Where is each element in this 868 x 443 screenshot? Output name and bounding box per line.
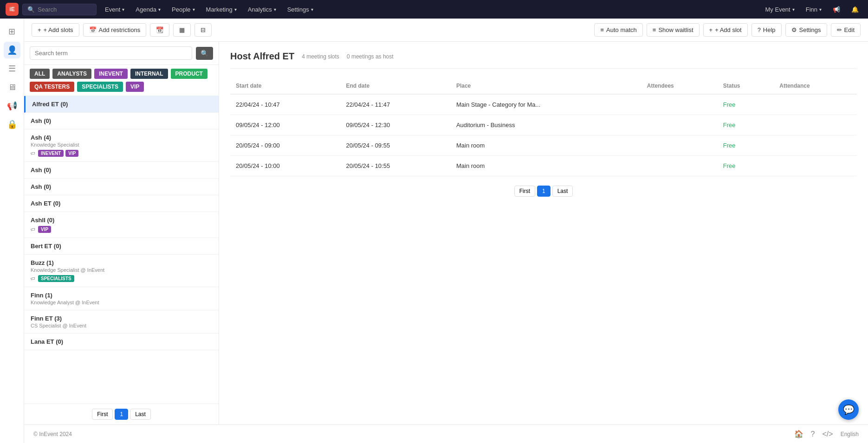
nav-analytics[interactable]: Analytics ▾ <box>243 3 281 16</box>
nav-settings[interactable]: Settings ▾ <box>283 3 318 16</box>
person-finn-et-3[interactable]: Finn ET (3) CS Specialist @ InEvent <box>24 310 219 334</box>
bell-icon[interactable]: 🔔 <box>848 4 862 15</box>
list-pagination: First 1 Last <box>24 404 219 424</box>
cell-attendance <box>774 94 857 115</box>
table-view-button[interactable]: ▦ <box>173 23 191 37</box>
search-input[interactable] <box>38 6 91 13</box>
footer-right: 🏠 ? </> English <box>794 430 859 438</box>
filter-tag-specialists[interactable]: SPECIALISTS <box>77 82 123 92</box>
person-bert-et[interactable]: Bert ET (0) <box>24 238 219 255</box>
sidebar-list-icon[interactable]: ☰ <box>4 60 20 77</box>
meetings-table: Start date End date Place Attendees Stat… <box>230 78 857 176</box>
megaphone-icon[interactable]: 📢 <box>829 4 844 15</box>
add-slots-button[interactable]: + + Add slots <box>32 23 79 37</box>
cell-attendees <box>641 135 718 156</box>
list-last-page-button[interactable]: Last <box>130 409 151 420</box>
code-icon[interactable]: </> <box>823 430 833 438</box>
cell-attendance <box>774 115 857 135</box>
cell-attendees <box>641 156 718 176</box>
table-row[interactable]: 22/04/24 - 10:47 22/04/24 - 11:47 Main S… <box>230 94 857 115</box>
sidebar-monitor-icon[interactable]: 🖥 <box>4 79 20 96</box>
help-button[interactable]: ? Help <box>751 23 782 37</box>
person-ash-et[interactable]: Ash ET (0) <box>24 195 219 212</box>
person-ash-0c[interactable]: Ash (0) <box>24 179 219 195</box>
nav-marketing[interactable]: Marketing ▾ <box>201 3 241 16</box>
person-ash-4[interactable]: Ash (4) Knowledge Specialist 🏷 INEVENT V… <box>24 129 219 162</box>
nav-people[interactable]: People ▾ <box>167 3 199 16</box>
filter-tag-qatesters[interactable]: QA TESTERS <box>30 82 74 92</box>
search-box[interactable]: 🔍 <box>22 4 97 15</box>
nav-menu: Event ▾ Agenda ▾ People ▾ Marketing ▾ An… <box>100 3 758 16</box>
filter-tag-vip[interactable]: VIP <box>126 82 144 92</box>
person-finn-1[interactable]: Finn (1) Knowledge Analyst @ InEvent <box>24 287 219 310</box>
my-event-dropdown[interactable]: My Event ▾ <box>762 4 798 15</box>
filter-tag-inevent[interactable]: INEVENT <box>94 69 128 79</box>
cell-start-date: 20/05/24 - 09:00 <box>230 135 340 156</box>
toolbar-right: ≡ Auto match ≡ Show waitlist + + Add slo… <box>594 23 861 37</box>
footer-copyright: © InEvent 2024 <box>33 431 72 437</box>
sidebar-lock-icon[interactable]: 🔒 <box>4 116 20 133</box>
host-header: Host Alfred ET 4 meeting slots 0 meeting… <box>230 51 857 69</box>
filter-tag-analysts[interactable]: ANALYSTS <box>52 69 91 79</box>
person-buzz-1[interactable]: Buzz (1) Knowledge Specialist @ InEvent … <box>24 255 219 287</box>
tag-specialists: SPECIALISTS <box>38 275 74 282</box>
table-row[interactable]: 20/05/24 - 10:00 20/05/24 - 10:55 Main r… <box>230 156 857 176</box>
sidebar-people-icon[interactable]: 👤 <box>4 42 20 58</box>
meetings-as-host-count: 0 meetings as host <box>347 53 394 60</box>
cell-place: Main room <box>451 135 641 156</box>
person-lana-et[interactable]: Lana ET (0) <box>24 334 219 350</box>
grid-view-button[interactable]: ⊟ <box>194 23 212 37</box>
list-page-1-button[interactable]: 1 <box>115 409 128 420</box>
main-first-page-button[interactable]: First <box>514 186 535 197</box>
tag-inevent: INEVENT <box>38 150 64 157</box>
edit-button[interactable]: ✏ Edit <box>831 23 861 37</box>
nav-agenda[interactable]: Agenda ▾ <box>131 3 165 16</box>
language-label[interactable]: English <box>841 431 859 437</box>
icon-sidebar: ⊞ 👤 ☰ 🖥 📢 🔒 <box>0 19 24 443</box>
filter-tag-product[interactable]: PRODUCT <box>171 69 207 79</box>
person-ash-0a[interactable]: Ash (0) <box>24 113 219 129</box>
filter-tag-all[interactable]: ALL <box>30 69 50 79</box>
user-dropdown[interactable]: Finn ▾ <box>802 4 825 15</box>
user-label: Finn <box>806 6 817 13</box>
filter-tag-internal[interactable]: INTERNAL <box>130 69 168 79</box>
table-header-row: Start date End date Place Attendees Stat… <box>230 78 857 94</box>
main-layout: ⊞ 👤 ☰ 🖥 📢 🔒 + + Add slots 📅 Add restrict… <box>0 19 868 443</box>
host-title: Host Alfred ET <box>230 51 294 62</box>
content-area: + + Add slots 📅 Add restrictions 📆 ▦ ⊟ ≡… <box>24 19 868 443</box>
calendar-icon: 📅 <box>89 26 97 33</box>
main-page-1-button[interactable]: 1 <box>537 186 551 197</box>
people-list-panel: 🔍 ALL ANALYSTS INEVENT INTERNAL PRODUCT … <box>24 42 219 424</box>
plus-icon-2: + <box>709 26 713 33</box>
nav-event[interactable]: Event ▾ <box>100 3 129 16</box>
settings-button[interactable]: ⚙ Settings <box>785 23 827 37</box>
cell-place: Auditorium - Business <box>451 115 641 135</box>
main-last-page-button[interactable]: Last <box>552 186 573 197</box>
table-row[interactable]: 20/05/24 - 09:00 20/05/24 - 09:55 Main r… <box>230 135 857 156</box>
home-icon[interactable]: 🏠 <box>794 430 803 438</box>
show-waitlist-button[interactable]: ≡ Show waitlist <box>647 23 700 37</box>
calendar-view-button[interactable]: 📆 <box>150 23 169 37</box>
sidebar-home-icon[interactable]: ⊞ <box>4 23 20 40</box>
cell-attendance <box>774 156 857 176</box>
person-ashll[interactable]: AshII (0) 🏷 VIP <box>24 212 219 238</box>
list-first-page-button[interactable]: First <box>92 409 113 420</box>
chat-button[interactable]: 💬 <box>838 399 859 420</box>
add-restrictions-button[interactable]: 📅 Add restrictions <box>83 23 147 37</box>
host-detail-panel: Host Alfred ET 4 meeting slots 0 meeting… <box>219 42 868 424</box>
main-pagination: First 1 Last <box>230 186 857 197</box>
table-row[interactable]: 09/05/24 - 12:00 09/05/24 - 12:30 Audito… <box>230 115 857 135</box>
cell-place: Main Stage - Category for Ma... <box>451 94 641 115</box>
person-ash-0b[interactable]: Ash (0) <box>24 162 219 179</box>
search-term-input[interactable] <box>30 46 192 60</box>
col-attendance: Attendance <box>774 78 857 94</box>
person-alfred-et[interactable]: Alfred ET (0) <box>24 96 219 113</box>
gear-icon: ⚙ <box>791 26 797 33</box>
search-button[interactable]: 🔍 <box>196 47 213 60</box>
cell-end-date: 20/05/24 - 09:55 <box>340 135 450 156</box>
sidebar-megaphone-icon[interactable]: 📢 <box>4 97 20 114</box>
question-icon[interactable]: ? <box>811 430 815 438</box>
auto-match-button[interactable]: ≡ Auto match <box>594 23 642 37</box>
add-slot-button[interactable]: + + Add slot <box>703 23 748 37</box>
cell-start-date: 09/05/24 - 12:00 <box>230 115 340 135</box>
